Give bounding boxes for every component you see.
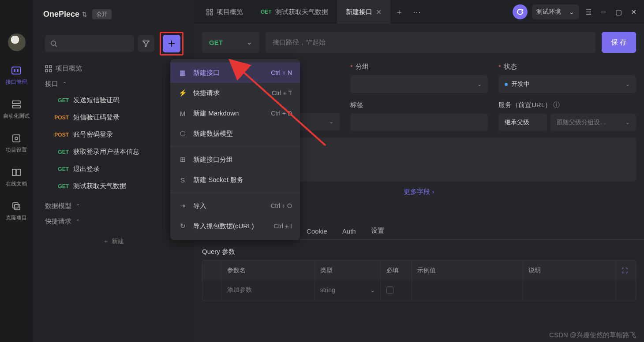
rail-item-api[interactable]: 接口管理 — [0, 63, 33, 89]
menu-new-model[interactable]: ⬡ 新建数据模型 — [170, 123, 300, 144]
status-select[interactable]: 开发中 ⌄ — [498, 75, 636, 93]
param-tab-auth[interactable]: Auth — [342, 227, 356, 239]
param-desc-input[interactable] — [523, 280, 616, 300]
svg-rect-4 — [12, 105, 20, 108]
query-params-title: Query 参数 — [194, 240, 644, 260]
chevron-down-icon: ⌄ — [625, 119, 630, 126]
param-type-select[interactable]: string⌄ — [315, 280, 381, 300]
col-example: 示例值 — [412, 261, 524, 280]
tab-more-button[interactable]: ⋯ — [408, 7, 426, 17]
svg-rect-10 — [45, 66, 48, 68]
filter-button[interactable] — [138, 35, 154, 52]
add-button-highlight — [160, 32, 183, 56]
menu-new-markdown[interactable]: M 新建 Markdown Ctrl + D — [170, 103, 300, 123]
filter-icon — [142, 40, 150, 47]
method-select[interactable]: GET ⌄ — [202, 32, 259, 53]
chevron-down-icon: ⌄ — [569, 8, 574, 15]
rail-label: 项目设置 — [6, 146, 27, 154]
col-desc: 说明 — [523, 261, 616, 280]
cube-icon: ⬡ — [178, 130, 187, 138]
svg-rect-5 — [13, 135, 20, 142]
svg-rect-2 — [17, 69, 19, 72]
minimize-button[interactable]: ─ — [598, 8, 609, 16]
watermark: CSDN @兴趣使然的草帽路飞 — [549, 331, 636, 339]
menu-import-curl[interactable]: ↻ 导入抓包数据(cURL) Ctrl + I — [170, 216, 300, 236]
svg-rect-16 — [207, 13, 209, 15]
api-icon: ▦ — [178, 69, 187, 77]
visibility-badge[interactable]: 公开 — [92, 9, 112, 19]
project-name[interactable]: OnePiece ⇅ — [43, 10, 87, 19]
add-menu: ▦ 新建接口 Ctrl + N ⚡ 快捷请求 Ctrl + T M 新建 Mar… — [170, 59, 300, 240]
service-url-input[interactable]: 跟随父级分组设…⌄ — [550, 114, 636, 131]
svg-rect-14 — [207, 9, 209, 11]
menu-new-socket[interactable]: S 新建 Socket 服务 — [170, 170, 300, 190]
curl-icon: ↻ — [178, 222, 187, 230]
params-table: 参数名 类型 必填 示例值 说明 ⛶ 添加参数 string⌄ — [202, 260, 636, 300]
chevron-right-icon: › — [432, 188, 434, 195]
chevron-up-icon: ⌃ — [76, 219, 80, 224]
tab-overview[interactable]: 项目概览 — [198, 0, 252, 24]
svg-rect-12 — [45, 70, 48, 72]
param-tab-settings[interactable]: 设置 — [371, 227, 384, 239]
grid-icon — [206, 9, 213, 15]
param-example-input[interactable] — [412, 280, 524, 300]
svg-rect-8 — [15, 204, 20, 210]
rail-item-settings[interactable]: 项目设置 — [0, 130, 33, 156]
menu-import[interactable]: ⇥ 导入 Ctrl + O — [170, 196, 300, 216]
svg-point-9 — [51, 41, 56, 45]
refresh-button[interactable] — [513, 4, 528, 19]
close-icon[interactable]: ✕ — [376, 8, 382, 16]
search-input[interactable] — [45, 35, 134, 52]
menu-quick-request[interactable]: ⚡ 快捷请求 Ctrl + T — [170, 83, 300, 103]
param-tab-cookie[interactable]: Cookie — [307, 227, 327, 239]
status-label: *状态 — [498, 63, 636, 71]
rail-item-clone[interactable]: 克隆项目 — [0, 198, 33, 224]
environment-select[interactable]: 测试环境 ⌄ — [532, 4, 579, 19]
svg-rect-15 — [210, 9, 213, 11]
avatar[interactable] — [8, 33, 26, 51]
add-button[interactable] — [163, 35, 180, 52]
chevron-down-icon: ⌄ — [625, 81, 630, 87]
clone-icon — [11, 201, 22, 212]
rail-item-docs[interactable]: 在线文档 — [0, 164, 33, 190]
chevron-up-icon: ⌃ — [63, 81, 67, 87]
expand-icon[interactable]: ⛶ — [616, 261, 636, 280]
svg-rect-3 — [12, 101, 20, 104]
api-icon — [11, 65, 22, 76]
tab-new-api[interactable]: 新建接口 ✕ — [337, 0, 390, 24]
menu-new-api[interactable]: ▦ 新建接口 Ctrl + N — [170, 63, 300, 83]
param-required-checkbox[interactable] — [381, 280, 412, 300]
sidebar-header: OnePiece ⇅ 公开 — [33, 0, 194, 28]
refresh-icon — [517, 8, 524, 15]
docs-icon — [11, 167, 22, 178]
group-select[interactable]: ⌄ — [350, 75, 488, 93]
chevron-up-icon: ⌃ — [76, 203, 80, 209]
svg-rect-13 — [49, 70, 52, 72]
tab-add-button[interactable]: ＋ — [390, 7, 408, 17]
maximize-button[interactable]: ▢ — [613, 8, 624, 16]
tabs-bar: 项目概览 GET 测试获取天气数据 新建接口 ✕ ＋ ⋯ 测试环境 ⌄ ☰ ─ … — [194, 0, 644, 24]
col-type: 类型 — [315, 261, 381, 280]
group-label: *分组 — [350, 63, 488, 71]
service-select[interactable]: 继承父级 — [498, 114, 547, 131]
chevron-updown-icon: ⇅ — [82, 11, 87, 18]
menu-button[interactable]: ☰ — [583, 8, 594, 16]
svg-rect-17 — [210, 13, 213, 15]
menu-new-group[interactable]: ⊞ 新建接口分组 — [170, 149, 300, 170]
grid-icon — [45, 65, 52, 72]
plus-icon: ＋ — [103, 238, 109, 245]
save-button[interactable]: 保 存 — [602, 32, 636, 53]
tag-input[interactable] — [350, 114, 488, 131]
param-name-input[interactable]: 添加参数 — [222, 280, 315, 300]
tab-weather[interactable]: GET 测试获取天气数据 — [252, 0, 337, 24]
svg-rect-1 — [14, 69, 15, 72]
chevron-down-icon: ⌄ — [329, 119, 333, 125]
path-input[interactable]: 接口路径，"/"起始 — [266, 32, 595, 53]
sidebar-new-button[interactable]: ＋ 新建 — [43, 234, 183, 249]
table-head: 参数名 类型 必填 示例值 说明 ⛶ — [202, 261, 636, 280]
chevron-down-icon: ⌄ — [370, 286, 375, 294]
rail-item-automation[interactable]: 自动化测试 — [0, 97, 33, 123]
close-button[interactable]: ✕ — [628, 8, 639, 16]
rail-label: 接口管理 — [6, 78, 27, 86]
left-rail: 接口管理 自动化测试 项目设置 在线文档 克隆项目 — [0, 0, 33, 342]
